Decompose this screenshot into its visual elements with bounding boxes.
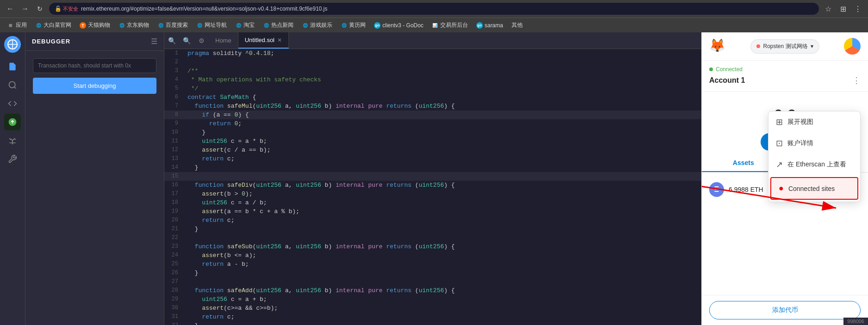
bookmark-clientv3[interactable]: go clientv3 - GoDoc <box>370 20 427 31</box>
start-debug-button[interactable]: Start debugging <box>33 78 156 94</box>
account-name: Account 1 <box>709 76 745 85</box>
bookmark-apps[interactable]: ⊞ 应用 <box>4 19 31 31</box>
connected-sites-icon: ● <box>779 184 784 193</box>
sidebar-icon-files[interactable] <box>4 58 21 75</box>
add-token-button[interactable]: 添加代币 <box>709 301 861 319</box>
bookmark-sarama[interactable]: go sarama <box>473 20 507 31</box>
account-row: Account 1 ⋮ <box>709 75 861 86</box>
bookmark-news[interactable]: 🌐 热点新闻 <box>259 19 297 31</box>
tab-close-icon[interactable]: ✕ <box>277 37 282 43</box>
bookmark-calendar[interactable]: 🌐 黄历网 <box>337 19 369 31</box>
connected-dot <box>709 67 713 71</box>
eth-icon: Ξ <box>709 182 724 197</box>
debugger-panel: DEBUGGER ☰ Start debugging <box>25 32 164 325</box>
code-line-1: 1 pragma solidity ^0.4.18; <box>164 49 701 58</box>
bookmark-nav[interactable]: 🌐 网址导航 <box>193 19 231 31</box>
code-line-21: 21 } <box>164 225 701 233</box>
bookmark-jd-label: 京东购物 <box>127 21 149 29</box>
refresh-button[interactable]: ↻ <box>33 2 46 15</box>
bookmark-baidu-label: 百度搜索 <box>166 21 188 29</box>
browser-toolbar: ← → ↻ 🔓 不安全 remix.ethereum.org/#optimize… <box>0 0 868 18</box>
etherscan-icon: ↗ <box>776 159 783 170</box>
code-line-19: 19 assert(a == b * c + a % b); <box>164 207 701 216</box>
remix-logo <box>4 36 21 53</box>
sidebar-icon-wrench[interactable] <box>4 151 21 167</box>
editor-settings[interactable]: ⚙ <box>194 33 209 48</box>
sidebar-icon-search[interactable] <box>4 77 21 93</box>
taobao-icon: 🌐 <box>235 22 242 29</box>
browser-menu-button[interactable]: ⋮ <box>851 2 864 15</box>
tab-file[interactable]: Untitled.sol ✕ <box>238 32 289 49</box>
dropdown-etherscan[interactable]: ↗ 在 Etherscan 上查看 <box>768 154 860 175</box>
account-avatar <box>844 38 861 55</box>
back-button[interactable]: ← <box>4 2 17 15</box>
bookmark-taobao-label: 淘宝 <box>244 21 255 29</box>
bookmark-apps-label: 应用 <box>16 21 27 29</box>
dropdown-account-detail[interactable]: ⊡ 账户详情 <box>768 133 860 154</box>
tab-home[interactable]: Home <box>209 32 238 49</box>
debugger-menu-button[interactable]: ☰ <box>151 37 157 46</box>
address-bar[interactable]: 🔓 不安全 remix.ethereum.org/#optimize=false… <box>49 3 819 15</box>
code-area[interactable]: 1 pragma solidity ^0.4.18; 2 3 /** 4 * M… <box>164 49 701 325</box>
jd-icon: 🌐 <box>119 22 125 29</box>
main-content: DEBUGGER ☰ Start debugging 🔍 🔍 ⚙ Home Un… <box>0 32 868 325</box>
bookmark-tianmao[interactable]: T 天猫购物 <box>76 19 114 31</box>
tx-hash-input[interactable] <box>33 58 156 73</box>
sidebar-icon-compile[interactable] <box>4 95 21 112</box>
games-icon: 🌐 <box>302 22 308 29</box>
bookmark-star-button[interactable]: ☆ <box>822 2 835 15</box>
sarama-icon: go <box>476 22 483 29</box>
bookmark-baicai[interactable]: 🌐 大白菜官网 <box>31 19 75 31</box>
bookmark-taobao[interactable]: 🌐 淘宝 <box>231 19 258 31</box>
mm-header: 🦊 Ropsten 测试网络 ▾ <box>702 32 868 61</box>
dropdown-connected-sites[interactable]: ● Connected sites <box>770 177 858 200</box>
insecure-badge: 🔓 不安全 <box>55 6 78 12</box>
code-line-16: 16 function safeDiv(uint256 a, uint256 b… <box>164 181 701 190</box>
bookmark-others[interactable]: 其他 <box>508 19 526 31</box>
tab-home-label: Home <box>215 37 231 44</box>
bookmark-others-label: 其他 <box>512 21 523 29</box>
mm-network-button[interactable]: Ropsten 测试网络 ▾ <box>750 39 819 54</box>
code-line-10: 10 } <box>164 128 701 137</box>
tab-file-label: Untitled.sol <box>245 37 275 43</box>
account-menu-button[interactable]: ⋮ <box>852 75 861 86</box>
extensions-button[interactable]: ⊞ <box>837 2 849 15</box>
bookmark-nav-label: 网址导航 <box>205 21 227 29</box>
baidu-icon: 🌐 <box>157 22 164 29</box>
code-line-29: 29 uint256 c = a + b; <box>164 295 701 304</box>
code-line-23: 23 function safeSub(uint256 a, uint256 b… <box>164 242 701 251</box>
code-line-4: 4 * Math operations with safety checks <box>164 75 701 84</box>
debugger-body: Start debugging <box>25 51 164 101</box>
status-value: 998006 <box>847 319 864 324</box>
dropdown-expand-view[interactable]: ⊞ 展开视图 <box>768 111 860 133</box>
bookmark-tianmao-label: 天猫购物 <box>88 21 110 29</box>
expand-view-label: 展开视图 <box>787 118 813 126</box>
bookmark-jd[interactable]: 🌐 京东购物 <box>115 19 153 31</box>
mm-footer: 添加代币 <box>702 295 868 325</box>
sidebar-icon-run[interactable] <box>4 114 21 130</box>
fox-icon: 🦊 <box>709 38 725 53</box>
code-line-3: 3 /** <box>164 67 701 75</box>
editor-zoom-out[interactable]: 🔍 <box>179 33 194 48</box>
code-line-11: 11 uint256 c = a * b; <box>164 137 701 146</box>
forward-button[interactable]: → <box>19 2 31 15</box>
svg-line-2 <box>14 87 16 89</box>
bookmark-baidu[interactable]: 🌐 百度搜索 <box>154 19 192 31</box>
code-line-14: 14 } <box>164 163 701 172</box>
code-line-17: 17 assert(b > 0); <box>164 190 701 198</box>
connected-sites-label: Connected sites <box>788 185 835 192</box>
code-line-20: 20 return c; <box>164 216 701 225</box>
code-line-27: 27 <box>164 277 701 286</box>
nav-buttons: ← → ↻ <box>4 2 46 15</box>
connected-label: Connected <box>716 66 743 73</box>
apps-icon: ⊞ <box>7 22 14 29</box>
bookmark-games[interactable]: 🌐 游戏娱乐 <box>298 19 336 31</box>
code-line-6: 6 contract SafeMath { <box>164 93 701 102</box>
account-dropdown: ⊞ 展开视图 ⊡ 账户详情 ↗ 在 Etherscan 上查看 ● Connec… <box>768 111 861 202</box>
expand-view-icon: ⊞ <box>776 117 783 127</box>
sidebar-icon-debug[interactable] <box>4 132 21 149</box>
editor-zoom-in[interactable]: 🔍 <box>164 33 179 48</box>
bookmark-exchange[interactable]: 📊 交易所后台 <box>428 19 472 31</box>
mm-logo: 🦊 <box>709 38 726 55</box>
bookmark-games-label: 游戏娱乐 <box>310 21 332 29</box>
